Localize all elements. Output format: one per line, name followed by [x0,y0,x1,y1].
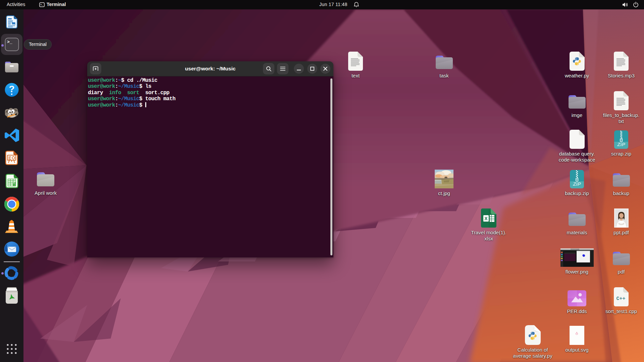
svg-text:ZiP: ZiP [573,181,581,187]
svg-text:ZiP: ZiP [617,141,625,147]
svg-text:>_: >_ [40,3,43,6]
svg-text:C++: C++ [616,296,625,302]
svg-text:>_: >_ [7,40,12,45]
svg-text:X: X [484,216,488,221]
svg-text:?: ? [9,84,14,94]
